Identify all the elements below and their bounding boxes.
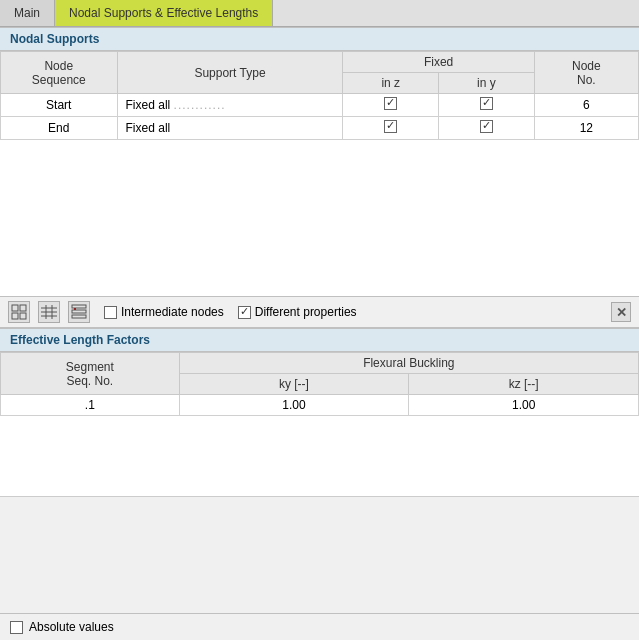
row2-fixed-y-cell[interactable] xyxy=(439,117,535,140)
row2-fixed-z-cell[interactable] xyxy=(343,117,439,140)
svg-rect-2 xyxy=(12,313,18,319)
col-node-sequence: NodeSequence xyxy=(1,52,118,94)
toolbar-btn-2[interactable] xyxy=(38,301,60,323)
col-fixed-group: Fixed xyxy=(343,52,534,73)
effective-length-header: Effective Length Factors xyxy=(0,328,639,352)
intermediate-nodes-group: Intermediate nodes xyxy=(104,305,224,319)
eff-row1-seq: .1 xyxy=(1,395,180,416)
properties-icon xyxy=(71,304,87,320)
grid-icon xyxy=(41,305,57,319)
eff-row1-ky: 1.00 xyxy=(179,395,409,416)
tab-nodal[interactable]: Nodal Supports & Effective Lengths xyxy=(55,0,273,26)
nodal-supports-header: Nodal Supports xyxy=(0,27,639,51)
toolbar-btn-3[interactable] xyxy=(68,301,90,323)
effective-length-table-area: SegmentSeq. No. Flexural Buckling ky [--… xyxy=(0,352,639,497)
support-type-text: Fixed all xyxy=(126,98,171,112)
table-row: End Fixed all 12 xyxy=(1,117,639,140)
close-button[interactable]: ✕ xyxy=(611,302,631,322)
bottom-toolbar: Intermediate nodes Different properties … xyxy=(0,296,639,328)
col-fixed-iny: in y xyxy=(439,73,535,94)
support-type-text2: Fixed all xyxy=(126,121,171,135)
svg-rect-1 xyxy=(20,305,26,311)
row1-fixed-z-cell[interactable] xyxy=(343,94,439,117)
row1-fixed-y-checkbox[interactable] xyxy=(480,97,493,110)
intermediate-nodes-label: Intermediate nodes xyxy=(121,305,224,319)
different-properties-checkbox[interactable] xyxy=(238,306,251,319)
row2-fixed-y-checkbox[interactable] xyxy=(480,120,493,133)
row1-fixed-y-cell[interactable] xyxy=(439,94,535,117)
row2-support-type: Fixed all xyxy=(117,117,343,140)
intermediate-nodes-checkbox[interactable] xyxy=(104,306,117,319)
support-type-dotted: ............ xyxy=(174,98,226,112)
table-row: Start Fixed all ............ 6 xyxy=(1,94,639,117)
col-flexural-buckling: Flexural Buckling xyxy=(179,353,638,374)
nodal-supports-table: NodeSequence Support Type Fixed NodeNo. … xyxy=(0,51,639,140)
col-kz: kz [--] xyxy=(409,374,639,395)
eff-row1-kz: 1.00 xyxy=(409,395,639,416)
col-ky: ky [--] xyxy=(179,374,409,395)
row1-fixed-z-checkbox[interactable] xyxy=(384,97,397,110)
absolute-values-checkbox[interactable] xyxy=(10,621,23,634)
row2-fixed-z-checkbox[interactable] xyxy=(384,120,397,133)
different-properties-group: Different properties xyxy=(238,305,357,319)
col-node-no: NodeNo. xyxy=(534,52,638,94)
col-fixed-inz: in z xyxy=(343,73,439,94)
col-seg-seq: SegmentSeq. No. xyxy=(1,353,180,395)
row1-support-type: Fixed all ............ xyxy=(117,94,343,117)
svg-rect-0 xyxy=(12,305,18,311)
add-row-icon xyxy=(11,304,27,320)
bottom-bar: Absolute values xyxy=(0,613,639,640)
svg-rect-3 xyxy=(20,313,26,319)
svg-rect-9 xyxy=(72,305,86,308)
eff-table-row: .1 1.00 1.00 xyxy=(1,395,639,416)
row2-node-no: 12 xyxy=(534,117,638,140)
row2-sequence: End xyxy=(1,117,118,140)
toolbar-btn-1[interactable] xyxy=(8,301,30,323)
svg-rect-10 xyxy=(72,310,86,313)
nodal-supports-table-area: NodeSequence Support Type Fixed NodeNo. … xyxy=(0,51,639,296)
row1-node-no: 6 xyxy=(534,94,638,117)
col-support-type: Support Type xyxy=(117,52,343,94)
absolute-values-label: Absolute values xyxy=(29,620,114,634)
svg-rect-11 xyxy=(72,315,86,318)
effective-length-table: SegmentSeq. No. Flexural Buckling ky [--… xyxy=(0,352,639,416)
different-properties-label: Different properties xyxy=(255,305,357,319)
row1-sequence: Start xyxy=(1,94,118,117)
tab-main[interactable]: Main xyxy=(0,0,55,26)
tab-bar: Main Nodal Supports & Effective Lengths xyxy=(0,0,639,27)
